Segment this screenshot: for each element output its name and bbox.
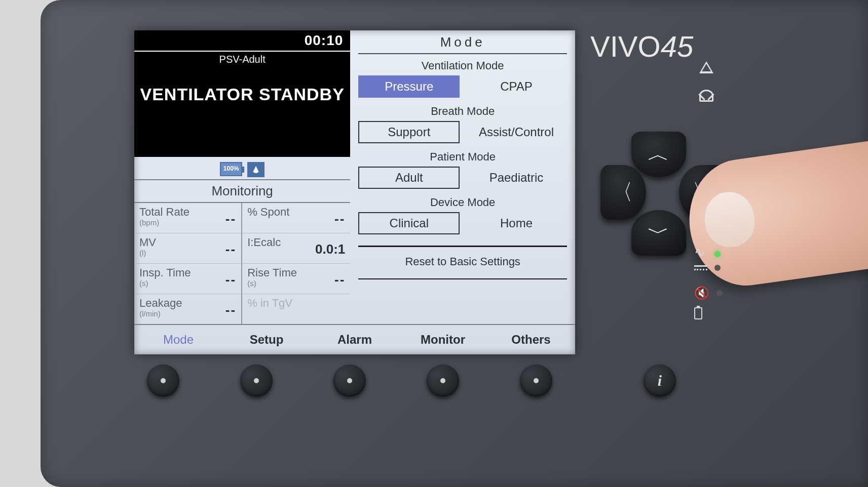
humidifier-icon bbox=[247, 162, 265, 177]
hw-button-4[interactable] bbox=[427, 364, 459, 397]
side-indicator-icons bbox=[699, 60, 713, 116]
dpad-down-button[interactable]: ﹀ bbox=[631, 210, 686, 256]
patient-mode-adult[interactable]: Adult bbox=[358, 167, 460, 189]
mon-insp-time: Insp. Time(s) -- bbox=[134, 264, 242, 294]
patient-mode-label: Patient Mode bbox=[358, 150, 567, 164]
mon-rise-time: Rise Time(s) -- bbox=[242, 264, 350, 294]
device-mode-clinical[interactable]: Clinical bbox=[358, 212, 460, 234]
mon-mv: MV(l) -- bbox=[134, 233, 242, 264]
patient-mode-paediatric[interactable]: Paediatric bbox=[466, 167, 567, 189]
status-icons-row: 100% bbox=[134, 157, 350, 179]
breath-mode-label: Breath Mode bbox=[358, 105, 567, 118]
battery-icon: 100% bbox=[220, 162, 242, 176]
device-mode-home[interactable]: Home bbox=[466, 212, 567, 234]
reset-to-basic-settings[interactable]: Reset to Basic Settings bbox=[354, 252, 571, 268]
alarm-silence-icon bbox=[699, 88, 713, 105]
tab-mode[interactable]: Mode bbox=[134, 333, 222, 347]
active-mode-short: PSV-Adult bbox=[134, 52, 350, 70]
battery-small-icon bbox=[694, 307, 702, 319]
tab-others[interactable]: Others bbox=[487, 333, 575, 347]
ventilator-status: VENTILATOR STANDBY bbox=[134, 85, 350, 104]
lcd-screen: 00:10 PSV-Adult VENTILATOR STANDBY 100% … bbox=[134, 30, 575, 354]
mode-panel-title: Mode bbox=[358, 30, 567, 54]
mon-pct-spont: % Spont -- bbox=[242, 203, 350, 233]
tab-setup[interactable]: Setup bbox=[222, 333, 311, 347]
dc-led bbox=[714, 265, 721, 271]
monitoring-title: Monitoring bbox=[134, 179, 350, 203]
status-block: 00:10 PSV-Adult VENTILATOR STANDBY bbox=[134, 30, 350, 157]
clock: 00:10 bbox=[134, 30, 350, 51]
brand-logo: VIVO45 bbox=[590, 29, 693, 63]
hw-button-2[interactable] bbox=[240, 364, 273, 397]
breath-mode-support[interactable]: Support bbox=[358, 121, 460, 143]
hw-button-5[interactable] bbox=[520, 364, 552, 397]
hw-info-button[interactable]: i bbox=[644, 364, 676, 397]
device-frame: VIVO45 ︿ ﹀ 〈 〉 🔇 00:10 PSV-Adult VENTILA… bbox=[41, 0, 868, 487]
mon-leakage: Leakage(l/min) -- bbox=[134, 294, 242, 324]
mon-total-rate: Total Rate(bpm) -- bbox=[134, 203, 242, 233]
bottom-tabs: Mode Setup Alarm Monitor Others bbox=[134, 324, 575, 354]
power-status-leds: 🔇 bbox=[694, 251, 723, 327]
ventilation-mode-cpap[interactable]: CPAP bbox=[466, 75, 567, 98]
dc-power-icon bbox=[694, 265, 707, 270]
hw-button-3[interactable] bbox=[333, 364, 366, 397]
ac-led bbox=[714, 251, 721, 257]
hardware-buttons-row bbox=[147, 364, 552, 397]
ac-power-icon bbox=[694, 251, 707, 258]
tab-alarm[interactable]: Alarm bbox=[311, 333, 399, 347]
mute-led bbox=[716, 290, 723, 296]
alarm-triangle-icon bbox=[699, 60, 713, 77]
ventilation-mode-pressure[interactable]: Pressure bbox=[358, 75, 460, 98]
dpad-left-button[interactable]: 〈 bbox=[600, 165, 646, 220]
mon-pct-in-tgv: % in TgV bbox=[242, 294, 350, 324]
hw-button-1[interactable] bbox=[147, 364, 179, 397]
ventilation-mode-label: Ventilation Mode bbox=[358, 59, 567, 72]
monitoring-grid: Total Rate(bpm) -- % Spont -- MV(l) -- I… bbox=[134, 203, 350, 324]
device-mode-label: Device Mode bbox=[358, 196, 567, 209]
breath-mode-assist-control[interactable]: Assist/Control bbox=[466, 121, 567, 143]
tab-monitor[interactable]: Monitor bbox=[399, 333, 487, 347]
dpad-up-button[interactable]: ︿ bbox=[631, 132, 686, 177]
mon-iecalc: I:Ecalc 0.0:1 bbox=[242, 233, 350, 264]
speaker-icon: 🔇 bbox=[694, 286, 709, 300]
